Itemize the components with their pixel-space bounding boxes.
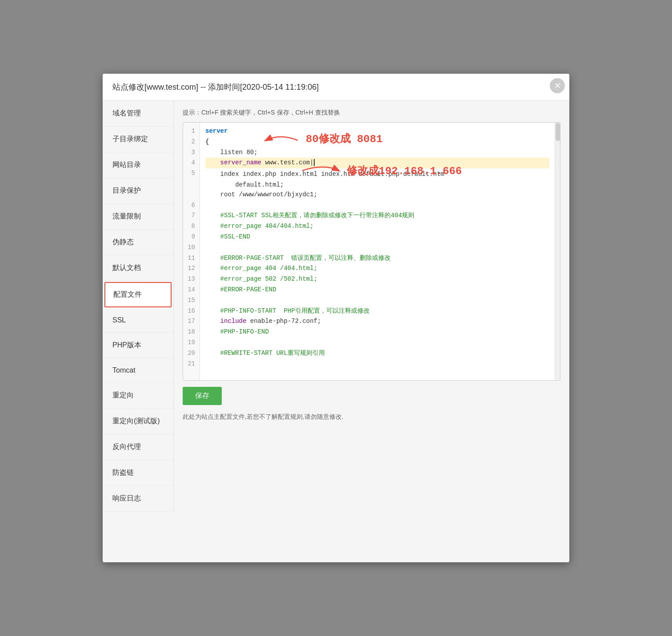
code-line-11 — [205, 242, 549, 253]
code-line-7 — [205, 200, 549, 211]
close-icon: ✕ — [554, 82, 561, 90]
code-line-21: #REWRITE-START URL重写规则引用 — [205, 348, 549, 359]
code-line-4: server_name www.test.com| — [205, 158, 549, 168]
main-content: 提示：Ctrl+F 搜索关键字，Ctrl+S 保存，Ctrl+H 查找替换 1 … — [174, 101, 569, 512]
dialog-body: 域名管理 子目录绑定 网站目录 目录保护 流量限制 伪静态 默认文档 配置文件 — [103, 101, 569, 512]
sidebar-item-redirect-test[interactable]: 重定向(测试版) — [103, 409, 173, 434]
code-line-1: server — [205, 126, 549, 137]
code-line-8: #SSL-START SSL相关配置，请勿删除或修改下一行带注释的404规则 — [205, 211, 549, 221]
code-line-19: #PHP-INFO-END — [205, 327, 549, 338]
sidebar-item-reverseproxy[interactable]: 反向代理 — [103, 434, 173, 460]
code-line-14: #error_page 502 /502.html; — [205, 274, 549, 285]
code-line-17: #PHP-INFO-START PHP引用配置，可以注释或修改 — [205, 306, 549, 317]
code-line-20 — [205, 338, 549, 348]
code-editor[interactable]: 80修改成 8081 修改成192.168.1.666 — [200, 123, 555, 380]
sidebar-item-hotlink[interactable]: 防盗链 — [103, 460, 173, 486]
code-line-13: #error_page 404 /404.html; — [205, 263, 549, 274]
code-line-15: #ERROR-PAGE-END — [205, 285, 549, 295]
save-button[interactable]: 保存 — [183, 387, 222, 405]
footer-note: 此处为站点主配置文件,若您不了解配置规则,请勿随意修改. — [183, 413, 560, 421]
sidebar-item-pseudostatic[interactable]: 伪静态 — [103, 230, 173, 255]
code-line-16 — [205, 295, 549, 306]
sidebar-item-defaultdoc[interactable]: 默认文档 — [103, 255, 173, 281]
editor-wrapper[interactable]: 1 2 3 4 5 6 7 8 9 10 11 12 13 1 — [183, 122, 560, 381]
code-line-5a: index index.php index.html index.htm def… — [205, 168, 549, 190]
sidebar: 域名管理 子目录绑定 网站目录 目录保护 流量限制 伪静态 默认文档 配置文件 — [103, 101, 174, 512]
sidebar-item-redirect[interactable]: 重定向 — [103, 383, 173, 409]
code-line-18: include enable-php-72.conf; — [205, 316, 549, 327]
dialog-header: 站点修改[www.test.com] -- 添加时间[2020-05-14 11… — [103, 74, 569, 101]
sidebar-item-traffic[interactable]: 流量限制 — [103, 204, 173, 230]
code-line-3: listen 80; — [205, 147, 549, 158]
code-line-2: { — [205, 137, 549, 147]
sidebar-item-phpver[interactable]: PHP版本 — [103, 333, 173, 358]
line-numbers: 1 2 3 4 5 6 7 8 9 10 11 12 13 1 — [183, 123, 200, 380]
hint-bar: 提示：Ctrl+F 搜索关键字，Ctrl+S 保存，Ctrl+H 查找替换 — [183, 109, 560, 117]
sidebar-item-ssl[interactable]: SSL — [103, 308, 173, 333]
scrollbar-track[interactable] — [555, 123, 560, 380]
editor-area: 1 2 3 4 5 6 7 8 9 10 11 12 13 1 — [183, 123, 560, 380]
dialog: 站点修改[www.test.com] -- 添加时间[2020-05-14 11… — [103, 74, 569, 562]
code-line-6: root /www/wwwroot/bjxydc1; — [205, 190, 549, 200]
sidebar-item-webdir[interactable]: 网站目录 — [103, 152, 173, 178]
sidebar-item-subdir[interactable]: 子目录绑定 — [103, 127, 173, 152]
sidebar-item-dirprotect[interactable]: 目录保护 — [103, 178, 173, 204]
sidebar-item-tomcat[interactable]: Tomcat — [103, 358, 173, 383]
code-line-12: #ERROR-PAGE-START 错误页配置，可以注释、删除或修改 — [205, 253, 549, 264]
sidebar-item-accesslog[interactable]: 响应日志 — [103, 486, 173, 512]
sidebar-item-config[interactable]: 配置文件 — [104, 282, 172, 307]
scrollbar-thumb[interactable] — [556, 123, 560, 141]
close-button[interactable]: ✕ — [550, 78, 565, 93]
dialog-title: 站点修改[www.test.com] -- 添加时间[2020-05-14 11… — [112, 83, 319, 91]
code-line-10: #SSL-END — [205, 232, 549, 242]
sidebar-item-domain[interactable]: 域名管理 — [103, 101, 173, 127]
code-line-9: #error_page 404/404.html; — [205, 221, 549, 232]
